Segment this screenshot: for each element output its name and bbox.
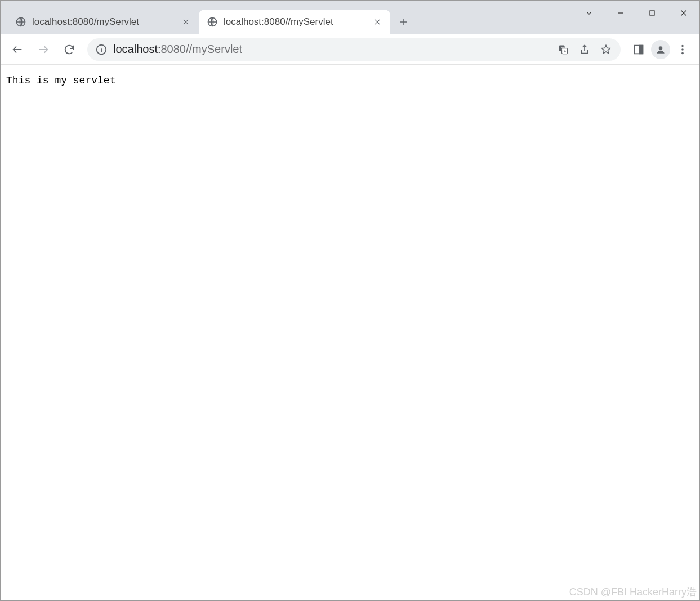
svg-rect-9 — [639, 45, 643, 54]
toolbar-right — [627, 38, 694, 61]
svg-point-11 — [681, 44, 684, 47]
close-icon[interactable] — [181, 17, 191, 27]
svg-point-13 — [681, 52, 684, 54]
close-window-button[interactable] — [668, 1, 699, 25]
tab-strip: localhost:8080/myServlet localhost:8080/… — [1, 1, 699, 34]
menu-button[interactable] — [671, 38, 694, 61]
globe-icon — [15, 16, 26, 28]
svg-text:A: A — [564, 50, 566, 53]
reload-button[interactable] — [58, 38, 81, 61]
search-tabs-button[interactable] — [573, 1, 605, 25]
tab-1[interactable]: localhost:8080/myServlet — [7, 10, 199, 34]
page-body-text: This is my servlet — [6, 75, 115, 86]
minimize-button[interactable] — [605, 1, 636, 25]
globe-icon — [207, 16, 218, 28]
url-text: localhost:8080//myServlet — [113, 43, 547, 56]
svg-point-10 — [659, 46, 663, 50]
svg-rect-2 — [650, 11, 654, 15]
window-controls — [573, 1, 699, 25]
site-info-icon[interactable] — [95, 43, 108, 56]
tab-title: localhost:8080/myServlet — [32, 16, 175, 28]
url-path: 8080//myServlet — [161, 43, 243, 55]
forward-button[interactable] — [32, 38, 55, 61]
share-icon[interactable] — [574, 39, 595, 60]
translate-icon[interactable]: 文A — [553, 39, 573, 60]
side-panel-icon[interactable] — [627, 38, 650, 61]
back-button[interactable] — [6, 38, 29, 61]
tab-2-active[interactable]: localhost:8080//myServlet — [199, 10, 390, 34]
toolbar: localhost:8080//myServlet 文A — [1, 34, 699, 65]
tab-title: localhost:8080//myServlet — [224, 16, 367, 28]
new-tab-button[interactable] — [394, 12, 414, 32]
page-content: This is my servlet — [1, 65, 699, 600]
maximize-button[interactable] — [636, 1, 668, 25]
address-bar[interactable]: localhost:8080//myServlet 文A — [87, 38, 621, 61]
close-icon[interactable] — [372, 17, 382, 27]
url-host: localhost: — [113, 43, 161, 55]
bookmark-star-icon[interactable] — [596, 39, 616, 60]
profile-avatar[interactable] — [651, 40, 670, 59]
svg-point-12 — [681, 48, 684, 51]
omnibox-actions: 文A — [553, 39, 616, 60]
